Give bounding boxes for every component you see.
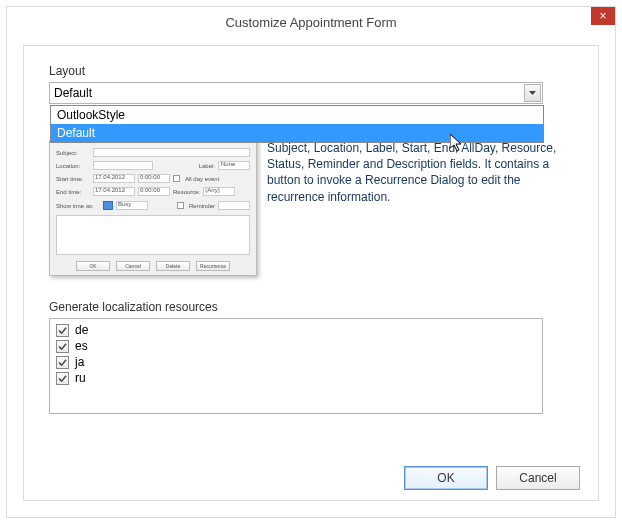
dialog-window: Customize Appointment Form × Layout Defa… [6, 6, 616, 518]
localization-code: ru [75, 371, 86, 385]
layout-combobox-value: Default [54, 86, 92, 100]
form-preview-thumbnail: Subject: Location: Label: None Start tim… [49, 140, 257, 276]
layout-description: Subject, Location, Label, Start, End, Al… [267, 140, 580, 276]
localization-item-de[interactable]: de [54, 322, 538, 338]
close-icon: × [599, 10, 606, 22]
ok-button[interactable]: OK [404, 466, 488, 490]
localization-item-ru[interactable]: ru [54, 370, 538, 386]
checkbox-de[interactable] [56, 324, 69, 337]
checkbox-ja[interactable] [56, 356, 69, 369]
layout-dropdown-list: OutlookStyle Default [50, 105, 544, 143]
cancel-button[interactable]: Cancel [496, 466, 580, 490]
localization-listbox: de es ja ru [49, 318, 543, 414]
localization-code: es [75, 339, 88, 353]
layout-option-default[interactable]: Default [51, 124, 543, 142]
checkbox-es[interactable] [56, 340, 69, 353]
titlebar: Customize Appointment Form × [7, 7, 615, 37]
chevron-down-icon [529, 91, 536, 95]
content-panel: Layout Default OutlookStyle Default Subj… [23, 45, 599, 501]
localization-label: Generate localization resources [49, 300, 580, 314]
dialog-button-row: OK Cancel [404, 466, 580, 490]
localization-code: ja [75, 355, 84, 369]
close-button[interactable]: × [591, 7, 615, 25]
localization-item-ja[interactable]: ja [54, 354, 538, 370]
localization-code: de [75, 323, 88, 337]
window-title: Customize Appointment Form [225, 15, 396, 30]
layout-dropdown-button[interactable] [524, 84, 541, 102]
checkbox-ru[interactable] [56, 372, 69, 385]
layout-label: Layout [49, 64, 580, 78]
layout-option-outlookstyle[interactable]: OutlookStyle [51, 106, 543, 124]
layout-combobox[interactable]: Default OutlookStyle Default [49, 82, 543, 104]
localization-item-es[interactable]: es [54, 338, 538, 354]
